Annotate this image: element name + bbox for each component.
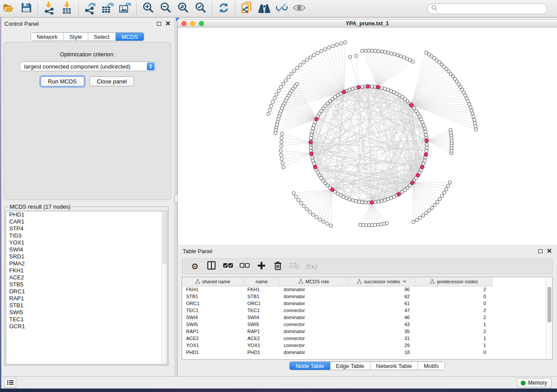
export-image-button[interactable]: [116, 1, 134, 16]
float-panel-icon[interactable]: [538, 249, 543, 253]
mcds-result-item[interactable]: STB1: [6, 302, 167, 309]
tab-node-table[interactable]: Node Table: [290, 362, 330, 370]
mcds-result-item[interactable]: STB5: [6, 281, 167, 288]
column-header-MCDS-role[interactable]: MCDS role: [280, 277, 348, 286]
table-cell[interactable]: dominator: [280, 300, 348, 307]
table-cell[interactable]: 1: [416, 342, 492, 349]
deselect-all-columns-button[interactable]: [237, 260, 252, 273]
table-cell[interactable]: STB1: [182, 293, 243, 300]
table-cell[interactable]: 2: [416, 314, 492, 321]
table-cell[interactable]: 43: [348, 321, 416, 328]
table-cell[interactable]: PHD1: [182, 349, 243, 356]
table-cell[interactable]: ACE2: [243, 335, 280, 342]
column-header-predecessor-nodes[interactable]: predecessor nodes: [416, 277, 492, 286]
table-cell[interactable]: dominator: [280, 314, 348, 321]
tab-motifs[interactable]: Motifs: [418, 362, 445, 370]
table-row[interactable]: RAP1RAP1dominator352: [182, 328, 492, 335]
mcds-result-item[interactable]: CAR1: [6, 218, 167, 225]
table-cell[interactable]: 61: [348, 300, 416, 307]
delete-columns-button[interactable]: [270, 260, 285, 273]
table-cell[interactable]: 18: [348, 349, 416, 356]
table-cell[interactable]: 1: [416, 335, 492, 342]
optimization-criterion-select[interactable]: largest connected component (undirected): [20, 62, 156, 71]
scrollbar-thumb[interactable]: [547, 287, 551, 323]
show-columns-button[interactable]: [204, 260, 219, 273]
tab-style[interactable]: Style: [64, 33, 88, 41]
tab-mcds[interactable]: MCDS: [116, 33, 144, 41]
mcds-result-item[interactable]: RAP1: [6, 295, 167, 302]
table-row[interactable]: STB1STB1dominator620: [182, 293, 492, 300]
tab-network[interactable]: Network: [31, 33, 64, 41]
table-cell[interactable]: ORC1: [243, 300, 280, 307]
zoom-fit-button[interactable]: [174, 1, 192, 16]
table-cell[interactable]: 0: [416, 349, 492, 356]
mcds-result-item[interactable]: SRD1: [6, 253, 167, 260]
column-header-shared-name[interactable]: shared name: [182, 277, 243, 286]
close-panel-icon[interactable]: [547, 247, 552, 255]
table-cell[interactable]: FKH1: [243, 286, 280, 293]
tab-network-table[interactable]: Network Table: [370, 362, 418, 370]
search-network-button[interactable]: [256, 1, 273, 16]
node-table[interactable]: shared namenameMCDS rolesuccessor nodesp…: [182, 277, 492, 356]
import-table-button[interactable]: [58, 1, 76, 16]
mcds-result-item[interactable]: TID3: [6, 232, 167, 239]
tab-select[interactable]: Select: [88, 33, 116, 41]
zoom-selected-button[interactable]: [192, 1, 209, 16]
table-cell[interactable]: ACE2: [182, 335, 243, 342]
table-cell[interactable]: SWI4: [182, 314, 243, 321]
table-cell[interactable]: RAP1: [243, 328, 280, 335]
table-cell[interactable]: 31: [348, 335, 416, 342]
network-canvas[interactable]: [177, 28, 557, 245]
mcds-result-item[interactable]: SWI5: [6, 309, 167, 316]
column-header-successor-nodes[interactable]: successor nodes: [348, 277, 416, 286]
network-window-titlebar[interactable]: YPA_prune.txt_1: [177, 19, 557, 28]
table-cell[interactable]: FKH1: [182, 286, 243, 293]
select-all-columns-button[interactable]: [221, 260, 235, 273]
table-cell[interactable]: dominator: [280, 286, 348, 293]
import-network-button[interactable]: [41, 1, 58, 16]
table-cell[interactable]: dominator: [280, 293, 348, 300]
table-cell[interactable]: connector: [280, 335, 348, 342]
mcds-result-list[interactable]: PHD1CAR1STP4TID3YOX1SWI4SRD1PMA2FKH1ACE2…: [6, 211, 167, 364]
column-header-name[interactable]: name: [243, 277, 280, 286]
table-cell[interactable]: 29: [348, 342, 416, 349]
mcds-result-item[interactable]: ACE2: [6, 274, 167, 281]
table-row[interactable]: ORC1ORC1dominator610: [182, 300, 492, 307]
export-network-button[interactable]: [81, 1, 99, 16]
function-builder-button[interactable]: f(x): [304, 260, 318, 273]
float-panel-icon[interactable]: [157, 22, 161, 26]
table-cell[interactable]: SWI5: [182, 321, 243, 328]
mcds-result-item[interactable]: PHD1: [6, 211, 167, 218]
export-table-button[interactable]: [99, 1, 116, 16]
table-row[interactable]: SWI4SWI4dominator462: [182, 314, 492, 321]
table-row[interactable]: SWI5SWI5connector431: [182, 321, 492, 328]
table-row[interactable]: ACE2ACE2connector311: [182, 335, 492, 342]
table-row[interactable]: YOX1YOX1connector291: [182, 342, 492, 349]
table-scrollbar[interactable]: [546, 277, 552, 359]
table-cell[interactable]: 1: [416, 321, 492, 328]
table-cell[interactable]: SWI5: [243, 321, 280, 328]
table-cell[interactable]: dominator: [280, 349, 348, 356]
zoom-in-button[interactable]: [139, 1, 157, 16]
run-mcds-button[interactable]: Run MCDS: [41, 76, 84, 86]
clone-network-button[interactable]: [238, 1, 256, 16]
mcds-result-item[interactable]: STP4: [6, 225, 167, 232]
mcds-result-item[interactable]: YOX1: [6, 239, 167, 246]
table-cell[interactable]: 2: [416, 307, 492, 314]
mcds-result-item[interactable]: FKH1: [6, 267, 167, 274]
table-cell[interactable]: YOX1: [243, 342, 280, 349]
table-cell[interactable]: 35: [348, 328, 416, 335]
search-input[interactable]: [437, 5, 547, 13]
table-cell[interactable]: PHD1: [243, 349, 280, 356]
mcds-result-item[interactable]: ORC1: [6, 288, 167, 295]
table-cell[interactable]: STB1: [243, 293, 280, 300]
close-panel-icon[interactable]: [166, 20, 170, 28]
table-cell[interactable]: connector: [280, 342, 348, 349]
hide-panels-button[interactable]: [273, 1, 291, 16]
list-scrollbar[interactable]: [161, 211, 167, 364]
table-cell[interactable]: 2: [416, 286, 492, 293]
tab-edge-table[interactable]: Edge Table: [330, 362, 370, 370]
mcds-result-item[interactable]: PMA2: [6, 260, 167, 267]
table-cell[interactable]: 62: [348, 293, 416, 300]
create-column-button[interactable]: [254, 260, 269, 273]
